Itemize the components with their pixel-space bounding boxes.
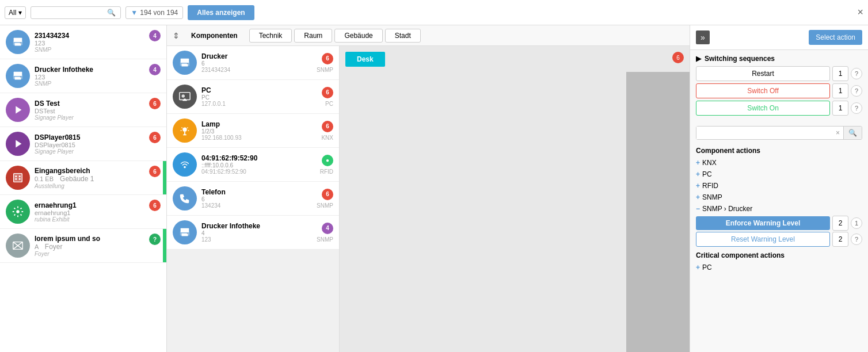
expand-icon: +: [696, 182, 700, 190]
search-clear-icon[interactable]: ×: [832, 127, 843, 139]
device-name: 231434234: [35, 32, 161, 40]
device-list-item[interactable]: Eingangsbereich 0.1 EB Gebäude 1 Ausstel…: [0, 161, 166, 195]
device-sub: 123: [35, 40, 161, 47]
component-list-item[interactable]: Drucker 6 231434234 6 SNMP: [167, 46, 339, 80]
action-count: 1: [832, 83, 848, 98]
expand-panel-button[interactable]: »: [696, 30, 710, 44]
filter-all-select[interactable]: All ▾: [5, 6, 26, 19]
comp-info: Lamp 1/2/3 192.168.100.93: [201, 120, 317, 141]
comp-icon: [173, 152, 197, 177]
device-icon: [6, 200, 30, 224]
search-input[interactable]: [36, 9, 105, 17]
action-button-switch-on[interactable]: Switch On: [696, 101, 830, 116]
warning-count: 2: [832, 216, 848, 231]
device-badge: 4: [149, 64, 161, 75]
top-bar-right: ×: [857, 6, 863, 18]
collapse-icon: −: [696, 205, 700, 213]
comp-badge: 4: [322, 223, 333, 234]
comp-addr: 123: [201, 236, 312, 243]
action-help-button[interactable]: ?: [851, 85, 862, 97]
comp-type: PC: [325, 101, 333, 107]
svg-point-28: [184, 166, 186, 169]
action-help-button[interactable]: ?: [851, 68, 862, 79]
device-list-item[interactable]: Drucker Infotheke 123 SNMP 4: [0, 59, 166, 93]
show-all-button[interactable]: Alles anzeigen: [188, 5, 254, 20]
search-box[interactable]: 🔍: [31, 6, 121, 19]
top-bar-left: All ▾ 🔍 ▼ 194 von 194 Alles anzeigen: [5, 5, 254, 20]
warning-action-row: Enforce Warning Level 2 1: [696, 216, 862, 231]
switching-sequences-title: ▶ Switching sequences: [696, 55, 862, 63]
svg-rect-11: [15, 175, 17, 177]
device-type: SNMP: [35, 81, 161, 87]
warning-action-button[interactable]: Reset Warning Level: [696, 232, 830, 247]
action-button-restart[interactable]: Restart: [696, 66, 830, 81]
device-sub: 0.1 EB Gebäude 1: [35, 175, 161, 183]
svg-point-22: [187, 63, 188, 64]
warning-help-button[interactable]: ?: [851, 234, 862, 245]
expand-icon[interactable]: ⇕: [173, 31, 180, 40]
device-name: DS Test: [35, 100, 161, 108]
svg-rect-21: [182, 64, 188, 67]
comp-action-item-snmp-drucker[interactable]: −SNMP › Drucker: [690, 203, 868, 215]
filter-count-badge: ▼ 194 von 194: [125, 6, 183, 19]
device-icon: [6, 30, 30, 54]
device-list-item[interactable]: 231434234 123 SNMP 4: [0, 25, 166, 59]
critical-action-item-pc[interactable]: +PC: [690, 262, 868, 273]
action-help-button[interactable]: ?: [851, 102, 862, 114]
comp-action-label: RFID: [702, 182, 718, 190]
comp-icon: [173, 186, 197, 211]
svg-rect-31: [182, 234, 188, 236]
comp-sub: ::ffff:10.0.0.6: [201, 162, 315, 169]
filter-icon: ▼: [131, 9, 138, 17]
svg-rect-12: [19, 175, 21, 177]
warning-action-button[interactable]: Enforce Warning Level: [696, 216, 830, 230]
device-icon: [6, 132, 30, 156]
select-action-button[interactable]: Select action: [809, 30, 862, 45]
map-gray-block: [626, 72, 690, 352]
device-list-item[interactable]: DSPlayer0815 DSPlayer0815 Signage Player…: [0, 127, 166, 161]
close-button[interactable]: ×: [857, 6, 863, 18]
expand-icon: +: [696, 170, 700, 178]
comp-sub: 4: [201, 230, 312, 236]
device-list-item[interactable]: lorem ipsum und so A Foyer Foyer ?: [0, 229, 166, 263]
comp-action-item-rfid[interactable]: +RFID: [690, 180, 868, 192]
action-button-switch-off[interactable]: Switch Off: [696, 83, 830, 98]
comp-icon: [173, 118, 197, 143]
comp-name: Drucker Infotheke: [201, 222, 312, 230]
tab-stadt[interactable]: Stadt: [385, 29, 421, 43]
action-search-filter[interactable]: × 🔍: [696, 126, 862, 140]
tab-technik[interactable]: Technik: [249, 29, 292, 43]
tab-gebäude[interactable]: Gebäude: [334, 29, 382, 43]
comp-addr: 231434234: [201, 67, 312, 73]
comp-sub: 6: [201, 60, 312, 67]
comp-name: Telefon: [201, 188, 312, 196]
comp-action-item-snmp[interactable]: +SNMP: [690, 192, 868, 203]
comp-action-item-knx[interactable]: +KNX: [690, 157, 868, 169]
comp-addr: 134234: [201, 202, 312, 209]
device-badge: 6: [149, 200, 161, 211]
top-bar: All ▾ 🔍 ▼ 194 von 194 Alles anzeigen ×: [0, 0, 868, 25]
action-search-input[interactable]: [696, 127, 832, 139]
component-list-item[interactable]: PC PC 127.0.0.1 6 PC: [167, 80, 339, 114]
device-info: Drucker Infotheke 123 SNMP: [35, 66, 161, 87]
device-type: Foyer: [35, 251, 161, 257]
comp-icon: [173, 220, 197, 244]
comp-action-item-pc[interactable]: +PC: [690, 169, 868, 180]
device-list-item[interactable]: ernaehrung1 ernaehrung1 rubina Exhibit 6: [0, 195, 166, 229]
component-list-item[interactable]: Drucker Infotheke 4 123 4 SNMP: [167, 216, 339, 250]
component-list-item[interactable]: 04:91:62:f9:52:90 ::ffff:10.0.0.6 04:91:…: [167, 148, 339, 182]
svg-point-3: [20, 43, 21, 44]
device-icon: [6, 64, 30, 88]
search-filter-button[interactable]: 🔍: [843, 127, 862, 139]
svg-rect-26: [184, 99, 186, 101]
component-list-item[interactable]: Telefon 6 134234 6 SNMP: [167, 182, 339, 216]
component-list-item[interactable]: Lamp 1/2/3 192.168.100.93 6 KNX: [167, 114, 339, 148]
svg-rect-10: [14, 174, 22, 182]
warning-action-row: Reset Warning Level 2 ?: [696, 232, 862, 247]
device-name: ernaehrung1: [35, 201, 161, 209]
tab-raum[interactable]: Raum: [294, 29, 332, 43]
device-list-item[interactable]: DS Test DSTest Signage Player 6: [0, 93, 166, 127]
device-type: SNMP: [35, 47, 161, 53]
warning-help-button[interactable]: 1: [851, 217, 862, 229]
device-info: Eingangsbereich 0.1 EB Gebäude 1 Ausstel…: [35, 167, 161, 189]
